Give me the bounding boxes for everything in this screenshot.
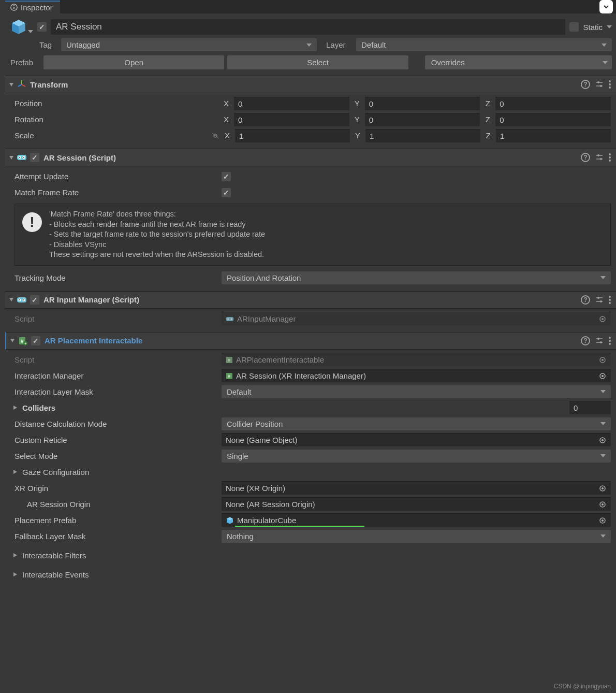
match-frame-rate-checkbox[interactable] [222, 188, 231, 197]
object-picker-icon[interactable] [598, 315, 607, 323]
gameobject-name-field[interactable] [51, 19, 565, 35]
fallback-layer-mask-dropdown[interactable]: Nothing [222, 530, 611, 543]
preset-icon[interactable] [595, 153, 604, 162]
attempt-update-checkbox[interactable] [222, 172, 231, 181]
info-box: ! 'Match Frame Rate' does three things: … [14, 204, 611, 266]
rotation-y-field[interactable]: 0 [365, 113, 480, 126]
interactable-filters-label: Interactable Filters [22, 551, 86, 560]
gameobject-icon[interactable] [9, 18, 28, 36]
preset-icon[interactable] [595, 337, 604, 345]
static-dropdown[interactable] [607, 25, 612, 28]
object-picker-icon[interactable] [598, 436, 607, 444]
layer-dropdown[interactable]: Default [356, 38, 612, 51]
svg-point-14 [19, 157, 20, 158]
svg-text:+: + [24, 341, 27, 345]
script-label: Script [14, 355, 222, 364]
svg-point-30 [227, 318, 229, 320]
tag-dropdown[interactable]: Untagged [61, 38, 317, 51]
ar-session-origin-field[interactable]: None (AR Session Origin) [222, 497, 611, 511]
scale-z-field[interactable]: 1 [496, 129, 611, 142]
object-picker-icon[interactable] [598, 500, 607, 509]
tracking-mode-label: Tracking Mode [14, 273, 222, 282]
help-icon[interactable]: ? [581, 153, 590, 162]
kebab-icon[interactable] [609, 337, 611, 345]
icon-dropdown[interactable] [28, 30, 33, 33]
prefab-open-button[interactable]: Open [43, 55, 224, 69]
foldout-icon[interactable] [13, 572, 19, 576]
custom-reticle-label: Custom Reticle [14, 436, 222, 444]
scale-x-field[interactable]: 1 [235, 129, 350, 142]
foldout-icon[interactable] [13, 406, 19, 410]
prefab-cube-icon [226, 516, 234, 525]
object-picker-icon[interactable] [598, 356, 607, 364]
foldout-icon[interactable] [13, 470, 19, 474]
static-checkbox[interactable] [569, 22, 579, 32]
ar-placement-enabled-checkbox[interactable] [31, 336, 40, 345]
position-z-field[interactable]: 0 [495, 97, 611, 110]
info-icon [10, 4, 18, 11]
kebab-icon[interactable] [609, 296, 611, 304]
colliders-count-field[interactable]: 0 [569, 401, 611, 414]
transform-header[interactable]: Transform ? [5, 76, 616, 93]
tracking-mode-dropdown[interactable]: Position And Rotation [222, 271, 611, 284]
scale-link-icon[interactable] [210, 132, 221, 139]
interaction-layer-mask-label: Interaction Layer Mask [14, 387, 222, 396]
xr-origin-field[interactable]: None (XR Origin) [222, 481, 611, 495]
svg-point-26 [597, 297, 599, 299]
match-frame-rate-label: Match Frame Rate [14, 188, 222, 197]
scale-y-field[interactable]: 1 [365, 129, 480, 142]
rotation-z-field[interactable]: 0 [495, 113, 611, 126]
position-y-field[interactable]: 0 [365, 97, 480, 110]
svg-point-51 [602, 439, 604, 441]
rotation-x-field[interactable]: 0 [234, 113, 349, 126]
svg-point-23 [19, 299, 20, 300]
svg-point-9 [600, 85, 602, 87]
xr-origin-label: XR Origin [14, 484, 222, 493]
interaction-layer-mask-dropdown[interactable]: Default [222, 385, 611, 398]
panel-menu-button[interactable] [599, 0, 613, 13]
tab-bar: Inspector [5, 0, 616, 13]
transform-icon [17, 79, 27, 90]
help-icon[interactable]: ? [581, 336, 590, 345]
prefab-overrides-dropdown[interactable]: Overrides [425, 55, 612, 69]
distance-calc-dropdown[interactable]: Collider Position [222, 417, 611, 430]
object-picker-icon[interactable] [598, 372, 607, 380]
svg-point-28 [600, 300, 602, 302]
foldout-icon [9, 156, 13, 160]
position-x-field[interactable]: 0 [234, 97, 349, 110]
object-picker-icon[interactable] [598, 516, 607, 525]
watermark: CSDN @linpingyuan [554, 683, 611, 690]
foldout-icon[interactable] [13, 553, 19, 557]
tab-label: Inspector [21, 3, 53, 12]
ar-session-header[interactable]: AR Session (Script) ? [5, 149, 616, 166]
ar-input-manager-header[interactable]: AR Input Manager (Script) ? [5, 291, 616, 309]
svg-point-33 [602, 318, 604, 320]
script-field: # ARPlacementInteractable [222, 353, 611, 366]
help-icon[interactable]: ? [581, 295, 590, 305]
help-icon[interactable]: ? [581, 80, 590, 89]
foldout-icon [9, 298, 13, 301]
kebab-icon[interactable] [609, 80, 611, 89]
placement-prefab-field[interactable]: ManipulatorCube [222, 513, 611, 527]
rotation-label: Rotation [14, 115, 222, 124]
foldout-icon [9, 83, 13, 86]
preset-icon[interactable] [595, 80, 604, 89]
svg-point-17 [597, 154, 599, 156]
prefab-select-button[interactable]: Select [227, 55, 408, 69]
static-label: Static [583, 23, 603, 32]
preset-icon[interactable] [595, 296, 604, 304]
svg-point-45 [602, 359, 604, 361]
interactable-events-label: Interactable Events [22, 570, 89, 579]
inspector-tab[interactable]: Inspector [5, 1, 60, 13]
ar-input-enabled-checkbox[interactable] [30, 295, 39, 305]
position-label: Position [14, 99, 222, 108]
custom-reticle-field[interactable]: None (Game Object) [222, 433, 611, 446]
ar-placement-header[interactable]: #+ AR Placement Interactable ? [5, 332, 616, 350]
select-mode-dropdown[interactable]: Single [222, 450, 611, 463]
y-label: Y [353, 99, 362, 108]
gameobject-active-checkbox[interactable] [37, 22, 47, 32]
object-picker-icon[interactable] [598, 484, 607, 493]
interaction-manager-field[interactable]: # AR Session (XR Interaction Manager) [222, 369, 611, 382]
kebab-icon[interactable] [609, 153, 611, 162]
ar-session-enabled-checkbox[interactable] [30, 153, 39, 162]
